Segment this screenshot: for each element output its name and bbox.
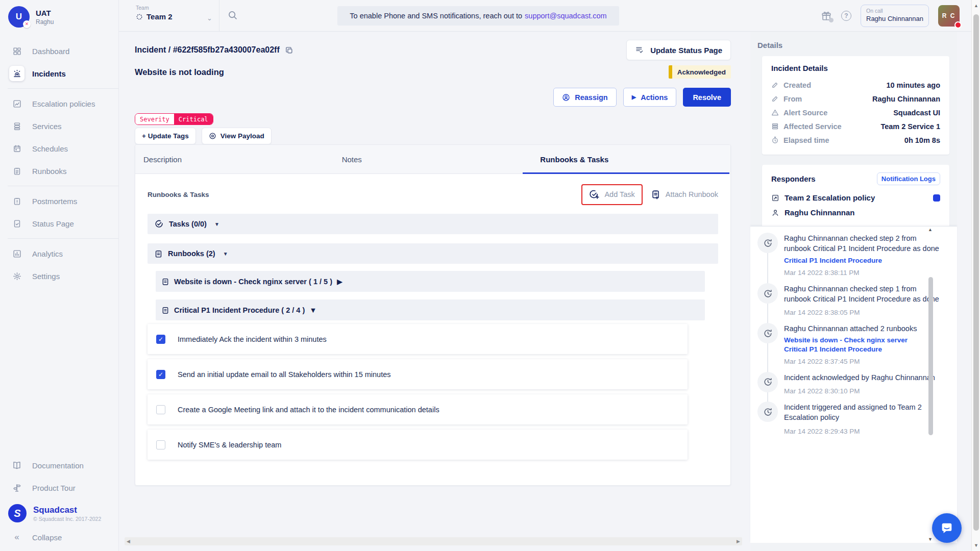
- timeline-entry: Incident acknowledged by Raghu Chinnanna…: [757, 372, 942, 402]
- user-avatar-initials: R C: [942, 12, 956, 19]
- tab-runbooks-tasks[interactable]: Runbooks & Tasks: [532, 145, 730, 173]
- reassign-button[interactable]: Reassign: [553, 88, 616, 107]
- runbook-group-collapsed[interactable]: Website is down - Check nginx server ( 1…: [156, 271, 705, 292]
- runbooks-icon: [9, 163, 24, 179]
- scroll-up-arrow-icon[interactable]: ▲: [974, 3, 978, 8]
- runbook-group-expanded[interactable]: Critical P1 Incident Procedure ( 2 / 4 )…: [156, 299, 705, 320]
- timeline-scrollbar-thumb[interactable]: [928, 277, 933, 435]
- clipboard-icon: [154, 249, 163, 258]
- view-payload-button[interactable]: View Payload: [202, 128, 272, 144]
- workspace-meta: UAT Raghu: [36, 9, 54, 26]
- sidebar-item-label: Settings: [32, 272, 60, 281]
- incidents-icon: [9, 66, 24, 81]
- tab-notes[interactable]: Notes: [334, 145, 532, 173]
- sidebar-item-postmortems[interactable]: Postmortems: [0, 190, 118, 212]
- collapse-label: Collapse: [32, 533, 62, 542]
- status-page-icon: [9, 216, 24, 231]
- status-badge-label: Acknowledged: [672, 65, 731, 79]
- add-task-button[interactable]: Add Task: [581, 184, 642, 205]
- sidebar-footer: Documentation Product Tour S Squadcast ©…: [0, 454, 118, 547]
- checkbox-checked[interactable]: ✓: [156, 370, 165, 379]
- scroll-down-arrow-icon[interactable]: ▼: [928, 537, 933, 542]
- sidebar-item-runbooks[interactable]: Runbooks: [0, 160, 118, 182]
- clock-history-icon: [757, 372, 778, 392]
- checkbox-checked[interactable]: ✓: [156, 335, 165, 344]
- team-selector[interactable]: Team Team 2: [136, 5, 173, 21]
- scroll-down-arrow-icon[interactable]: ▼: [974, 543, 978, 548]
- sidebar-item-incidents[interactable]: Incidents: [0, 62, 118, 85]
- documentation-icon: [9, 458, 24, 473]
- topbar-right: ? On call Raghu Chinnannan ... R C: [821, 0, 960, 32]
- section-title: Runbooks & Tasks: [148, 191, 209, 198]
- sidebar-item-analytics[interactable]: Analytics: [0, 242, 118, 265]
- clipboard-icon: [161, 278, 169, 286]
- sidebar-item-documentation[interactable]: Documentation: [0, 454, 118, 477]
- dashboard-icon: [9, 43, 24, 59]
- incident-detail-card: Description Notes Runbooks & Tasks Runbo…: [135, 144, 731, 486]
- timeline-scrollbar[interactable]: ▲ ▼: [927, 226, 934, 543]
- scroll-left-arrow-icon[interactable]: ◀: [127, 539, 130, 544]
- support-email-link[interactable]: support@squadcast.com: [525, 12, 607, 20]
- detail-row-elapsed-time: Elapsed time 0h 10m 8s: [771, 133, 940, 147]
- sidebar-item-product-tour[interactable]: Product Tour: [0, 477, 118, 499]
- sidebar-item-escalation-policies[interactable]: Escalation policies: [0, 92, 118, 115]
- workspace-switcher[interactable]: U ✕ UAT Raghu: [0, 0, 118, 33]
- sidebar-item-services[interactable]: Services: [0, 115, 118, 137]
- sidebar-collapse-button[interactable]: « Collapse: [0, 528, 118, 547]
- chat-widget-button[interactable]: [932, 513, 962, 543]
- sidebar-item-label: Services: [32, 122, 62, 131]
- oncall-selector[interactable]: On call Raghu Chinnannan ...: [861, 5, 929, 27]
- notification-logs-button[interactable]: Notification Logs: [877, 172, 940, 185]
- team-label: Team: [136, 5, 173, 11]
- sidebar-item-schedules[interactable]: Schedules: [0, 137, 118, 160]
- timeline-entry: Raghu Chinnannan attached 2 runbooks Web…: [757, 323, 942, 372]
- search-icon[interactable]: [227, 10, 238, 20]
- workspace-status-dot: ✕: [23, 20, 31, 28]
- sidebar-item-settings[interactable]: Settings: [0, 265, 118, 287]
- checkbox-unchecked[interactable]: [156, 405, 165, 414]
- resolve-button[interactable]: Resolve: [683, 88, 731, 107]
- chevron-down-icon[interactable]: ⌄: [207, 14, 212, 22]
- page-scrollbar[interactable]: ▲ ▼: [971, 0, 980, 551]
- runbook-link[interactable]: Critical P1 Incident Procedure: [784, 345, 917, 353]
- detail-row-created: Created 10 minutes ago: [771, 78, 940, 92]
- severity-tag[interactable]: Severity Critical: [135, 113, 213, 125]
- runbook-link[interactable]: Critical P1 Incident Procedure: [784, 257, 942, 264]
- page-scrollbar-thumb[interactable]: [973, 14, 979, 531]
- detail-row-from: From Raghu Chinnannan: [771, 92, 940, 106]
- runbooks-section-header[interactable]: Runbooks (2) ▼: [148, 243, 718, 264]
- attach-runbook-button[interactable]: Attach Runbook: [651, 189, 718, 199]
- sidebar-item-label: Escalation policies: [32, 99, 95, 108]
- actions-button[interactable]: ▶ Actions: [623, 88, 677, 107]
- pencil-icon: [771, 95, 779, 103]
- gift-icon[interactable]: [821, 10, 832, 21]
- stopwatch-icon: [771, 136, 779, 144]
- collapse-icon: «: [9, 530, 24, 545]
- tab-description[interactable]: Description: [135, 145, 334, 173]
- services-icon: [9, 118, 24, 134]
- update-status-page-button[interactable]: Update Status Page: [626, 40, 731, 60]
- update-tags-button[interactable]: + Update Tags: [135, 128, 196, 144]
- team-icon: [136, 13, 143, 20]
- escalation-status-dot[interactable]: [933, 194, 940, 202]
- stack-icon: [771, 122, 779, 130]
- detail-row-affected-service: Affected Service Team 2 Service 1: [771, 119, 940, 133]
- tasks-section-header[interactable]: Tasks (0/0) ▼: [148, 214, 718, 234]
- scroll-up-arrow-icon[interactable]: ▲: [928, 227, 933, 232]
- sidebar-divider: [8, 186, 118, 186]
- user-avatar[interactable]: R C: [938, 5, 960, 27]
- postmortems-icon: [9, 193, 24, 209]
- copy-icon[interactable]: [285, 46, 293, 55]
- checkbox-unchecked[interactable]: [156, 440, 165, 449]
- scroll-right-arrow-icon[interactable]: ▶: [737, 539, 740, 544]
- sidebar-item-dashboard[interactable]: Dashboard: [0, 40, 118, 62]
- details-panel: Details Incident Details Created 10 minu…: [750, 32, 957, 551]
- status-list-icon: [635, 45, 644, 55]
- sidebar-item-status-page[interactable]: Status Page: [0, 212, 118, 235]
- runbook-link[interactable]: Website is down - Check nginx server: [784, 336, 917, 344]
- team-value: Team 2: [146, 12, 173, 21]
- help-icon[interactable]: ?: [841, 11, 851, 21]
- notification-banner: To enable Phone and SMS notifications, r…: [337, 6, 619, 26]
- horizontal-scrollbar[interactable]: ◀ ▶: [125, 537, 742, 545]
- caret-right-icon: ▶: [337, 278, 342, 286]
